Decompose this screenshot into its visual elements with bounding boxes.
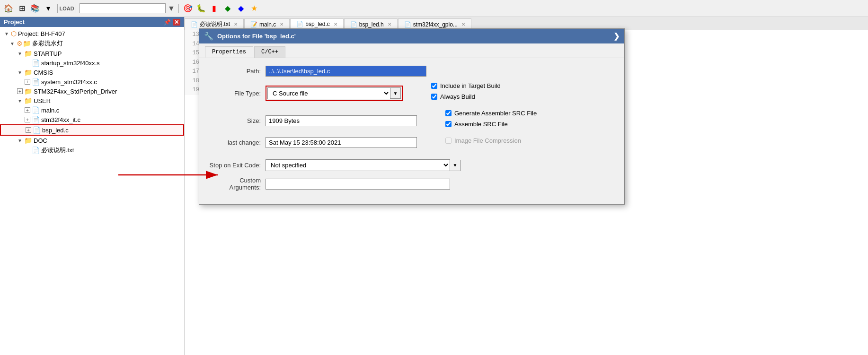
tab-gpio-close[interactable]: ✕ [461,22,465,27]
toggle-folder-startup[interactable]: ▼ [17,51,23,56]
label-asm: Generate Assembler SRC File [454,110,537,117]
label-always: Always Build [440,93,475,100]
tree-item-project-root[interactable]: ▼ ⬡ Project: BH-F407 [0,29,184,38]
tree-item-folder-user[interactable]: ▼ 📁 USER [0,96,184,105]
toggle-file-startup [25,60,30,66]
tree-label-file-startup: startup_stm32f40xx.s [41,60,100,67]
checkbox-compress [445,138,452,144]
checkbox-always[interactable] [431,94,437,100]
path-input[interactable] [266,66,426,77]
layers-icon[interactable]: 📚 [29,3,41,14]
debug-icon[interactable]: 🐛 [195,3,207,14]
dialog-tab-properties-label: Properties [212,49,246,55]
stop-exit-select-wrap: Not specified ▼ [266,159,461,171]
separator-3 [178,4,179,13]
tab-main-close[interactable]: ✕ [280,22,283,27]
toggle-file-system[interactable]: + [25,79,30,85]
tab-bsp-c-close[interactable]: ✕ [334,22,337,27]
file-type-label: File Type: [209,90,266,97]
tree-label-file-main: main.c [41,107,59,114]
toggle-folder-cmsis[interactable]: ▼ [17,69,23,75]
project-name-input[interactable]: 多彩流水灯 [80,3,166,13]
diamond-green-icon[interactable]: ◆ [222,3,233,14]
pin-icon[interactable]: 📌 [164,19,171,26]
size-input[interactable] [266,115,417,126]
toggle-file-stm32it[interactable]: + [25,117,30,122]
project-dropdown-icon[interactable]: ▼ [168,4,175,13]
checkbox-asm[interactable] [445,110,452,116]
option-asm: Generate Assembler SRC File [445,110,615,117]
tab-bsp-h-close[interactable]: ✕ [388,22,391,27]
dialog-expand-icon[interactable]: ❯ [613,32,620,41]
custom-args-label: Custom Arguments: [209,177,266,191]
toggle-file-bsp[interactable]: + [26,127,31,133]
file-icon-main: 📄 [32,106,40,114]
toggle-folder-stm32[interactable]: + [17,88,23,94]
toggle-file-main[interactable]: + [25,107,30,113]
panel-close-button[interactable]: ✕ [173,19,180,26]
options-dialog: 🔧 Options for File 'bsp_led.c' ❯ Propert… [199,28,625,205]
panel-title: Project [4,18,25,26]
stop-exit-label: Stop on Exit Code: [209,162,266,169]
home-icon[interactable]: 🏠 [3,3,14,14]
build-icon[interactable]: ▮ [209,3,220,14]
custom-args-row: Custom Arguments: [209,177,615,191]
tree-item-file-main[interactable]: + 📄 main.c [0,105,184,115]
file-type-dropdown-arrow[interactable]: ▼ [390,87,401,99]
path-label: Path: [209,68,266,75]
target-icon[interactable]: 🎯 [182,3,194,14]
tab-bsp-c-icon: 📄 [296,21,303,27]
tree-item-folder-doc[interactable]: ▼ 📁 DOC [0,136,184,145]
tab-bsp-c-label: bsp_led.c [305,21,329,27]
tree-label-file-system: system_stm32f4xx.c [41,78,97,86]
file-type-row: File Type: C Source file ▼ Include in Ta… [209,82,615,104]
star-icon[interactable]: ★ [248,3,260,14]
file-type-select[interactable]: C Source file [267,87,390,99]
load-icon[interactable]: LOAD [61,3,72,14]
checkbox-assemble[interactable] [445,121,452,127]
project-panel: Project 📌 ✕ ▼ ⬡ Project: BH-F407 ▼ ⚙📁 多彩… [0,17,185,355]
file-type-select-wrap: C Source file ▼ [266,86,403,101]
tab-bsp-h-icon: 📄 [350,21,357,28]
file-icon-bsp: 📄 [33,126,41,134]
panel-header-icons: 📌 ✕ [164,19,180,26]
tree-item-folder-stm32[interactable]: + 📁 STM32F4xx_StdPeriph_Driver [0,87,184,96]
gear-folder-icon: ⚙📁 [17,40,31,47]
tab-readme-close[interactable]: ✕ [234,22,238,27]
file-icon-startup: 📄 [32,59,40,67]
dialog-tab-cpp-label: C/C++ [261,49,278,55]
stop-exit-dropdown-arrow[interactable]: ▼ [450,160,461,171]
panel-header: Project 📌 ✕ [0,17,184,27]
tree-label-file-readme: 必读说明.txt [41,146,74,155]
tab-readme-icon: 📄 [191,21,198,28]
toggle-folder-main[interactable]: ▼ [9,41,15,46]
tree-item-file-stm32it[interactable]: + 📄 stm32f4xx_it.c [0,115,184,124]
tree-label-file-stm32it: stm32f4xx_it.c [41,116,80,123]
dialog-tab-cpp[interactable]: C/C++ [254,46,285,58]
folder-icon-cmsis: 📁 [24,69,32,76]
tree-item-file-system[interactable]: + 📄 system_stm32f4xx.c [0,77,184,87]
tab-gpio-icon: 📄 [404,21,411,28]
file-icon-system: 📄 [32,78,40,86]
last-change-input[interactable] [266,137,417,148]
grid-icon[interactable]: ⊞ [16,3,27,14]
tree-item-folder-startup[interactable]: ▼ 📁 STARTUP [0,49,184,58]
tree-item-file-bsp[interactable]: + 📄 bsp_led.c [0,124,184,136]
tree-item-file-startup[interactable]: 📄 startup_stm32f40xx.s [0,58,184,68]
tree-item-folder-main[interactable]: ▼ ⚙📁 多彩流水灯 [0,38,184,49]
dialog-titlebar: 🔧 Options for File 'bsp_led.c' ❯ [199,29,624,43]
tree-item-folder-cmsis[interactable]: ▼ 📁 CMSIS [0,68,184,77]
dialog-tab-properties[interactable]: Properties [205,46,253,58]
toggle-project-root[interactable]: ▼ [4,31,9,36]
tree-item-file-readme[interactable]: 📄 必读说明.txt [0,145,184,156]
toggle-folder-user[interactable]: ▼ [17,98,23,104]
spacer [209,154,615,159]
custom-args-input[interactable] [266,179,450,190]
folder-icon-user: 📁 [24,97,32,104]
stop-exit-select[interactable]: Not specified [266,159,450,171]
checkbox-include[interactable] [431,83,437,89]
toggle-folder-doc[interactable]: ▼ [17,138,23,143]
diamond-blue-icon[interactable]: ◆ [235,3,247,14]
separator-1 [57,4,58,13]
chevron-icon[interactable]: ▾ [43,3,54,14]
